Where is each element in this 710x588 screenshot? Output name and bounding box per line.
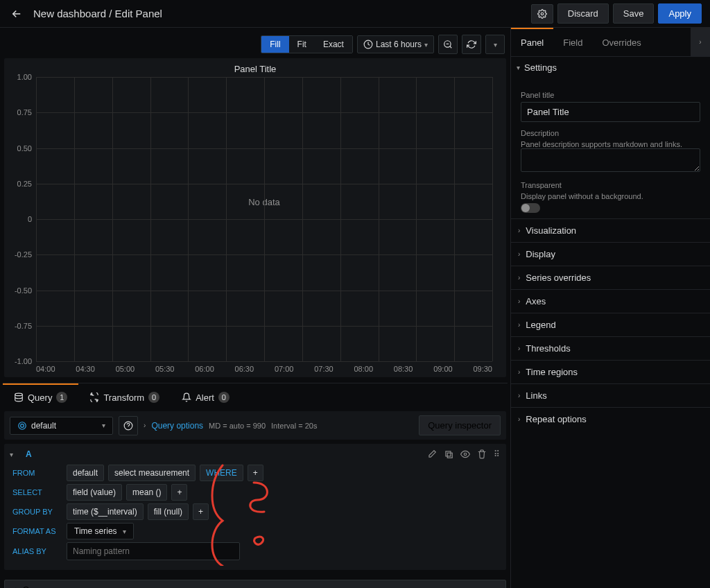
- tab-query[interactable]: Query 1: [3, 383, 78, 410]
- select-plus-icon[interactable]: +: [171, 484, 187, 501]
- select-mean-seg[interactable]: mean (): [126, 484, 167, 501]
- time-range-label: Last 6 hours: [376, 40, 422, 49]
- tabs-overflow-button[interactable]: ›: [691, 28, 710, 56]
- section-label: Legend: [526, 320, 555, 330]
- tab-overrides[interactable]: Overrides: [592, 28, 650, 56]
- datasource-name: default: [31, 421, 56, 431]
- edit-query-icon[interactable]: [427, 449, 437, 459]
- svg-point-4: [21, 424, 24, 427]
- section-label: Thresholds: [526, 343, 570, 354]
- settings-section-toggle[interactable]: ▾ Settings: [511, 57, 710, 78]
- y-tick-label: 0.75: [17, 108, 32, 116]
- save-button[interactable]: Save: [613, 3, 655, 24]
- tab-field[interactable]: Field: [553, 28, 592, 56]
- hide-query-icon[interactable]: [460, 449, 470, 459]
- tab-panel[interactable]: Panel: [511, 28, 553, 56]
- time-range-picker[interactable]: Last 6 hours ▾: [357, 35, 434, 53]
- x-tick-label: 08:00: [354, 365, 374, 373]
- select-field-seg[interactable]: field (value): [67, 484, 122, 501]
- formatas-select[interactable]: Time series ▾: [67, 523, 134, 539]
- settings-button[interactable]: [531, 4, 553, 24]
- fill-button[interactable]: Fill: [261, 36, 288, 53]
- refresh-button[interactable]: [462, 35, 481, 54]
- group-time-seg[interactable]: time ($__interval): [67, 503, 144, 520]
- from-label: FROM: [10, 469, 62, 477]
- plus-icon: +: [13, 585, 19, 588]
- from-measurement-seg[interactable]: select measurement: [108, 465, 196, 481]
- chart-panel: Panel Title 1.000.750.500.250-0.25-0.50-…: [4, 58, 506, 377]
- zoom-out-button[interactable]: [438, 35, 458, 54]
- drag-query-icon[interactable]: ⠿: [494, 449, 501, 459]
- chevron-down-icon: ▾: [494, 41, 497, 49]
- refresh-interval-button[interactable]: ▾: [485, 35, 505, 54]
- chevron-right-icon: ›: [518, 368, 520, 376]
- section-label: Display: [526, 249, 555, 259]
- transparent-toggle[interactable]: [521, 203, 540, 213]
- svg-rect-7: [446, 451, 451, 456]
- section-label: Axes: [526, 296, 546, 306]
- x-tick-label: 05:00: [116, 365, 135, 373]
- section-series-overrides[interactable]: ›Series overrides: [511, 266, 710, 289]
- groupby-label: GROUP BY: [10, 508, 62, 516]
- section-thresholds[interactable]: ›Thresholds: [511, 336, 710, 360]
- datasource-select[interactable]: default ▾: [10, 417, 113, 435]
- chevron-down-icon: ▾: [102, 422, 105, 429]
- from-plus-icon[interactable]: +: [248, 465, 263, 481]
- add-query-button[interactable]: + Query: [4, 580, 506, 588]
- description-hint: Panel description supports markdown and …: [521, 140, 700, 148]
- panel-title-input[interactable]: [521, 102, 700, 122]
- query-interval-text: Interval = 20s: [271, 422, 317, 430]
- query-a-box: ▾ A ⠿ FROM default select measurement WH…: [4, 444, 506, 570]
- tab-query-label: Query: [28, 392, 52, 403]
- svg-rect-8: [447, 453, 452, 458]
- chevron-down-icon: ▾: [123, 528, 126, 535]
- bell-icon: [182, 392, 191, 402]
- database-icon: [14, 392, 24, 402]
- description-input[interactable]: [521, 148, 700, 172]
- alias-input[interactable]: [67, 542, 240, 560]
- datasource-help-button[interactable]: [119, 416, 138, 435]
- y-tick-label: -0.25: [15, 250, 32, 259]
- chevron-right-icon: ›: [518, 321, 520, 329]
- chevron-down-icon: ▾: [517, 64, 520, 71]
- chevron-right-icon: ›: [518, 250, 520, 258]
- chevron-right-icon: ›: [518, 415, 520, 423]
- tab-alert[interactable]: Alert 0: [171, 383, 241, 410]
- tab-transform[interactable]: Transform 0: [78, 383, 171, 410]
- chevron-down-icon: ▾: [424, 41, 428, 49]
- collapse-query-icon[interactable]: ▾: [10, 451, 13, 458]
- group-fill-seg[interactable]: fill (null): [148, 503, 189, 520]
- section-legend[interactable]: ›Legend: [511, 313, 710, 336]
- page-title: New dashboard / Edit Panel: [33, 8, 162, 19]
- x-tick-label: 04:30: [76, 365, 95, 373]
- section-links[interactable]: ›Links: [511, 383, 710, 407]
- chevron-right-icon: ›: [518, 345, 520, 352]
- fit-button[interactable]: Fit: [289, 36, 315, 53]
- section-axes[interactable]: ›Axes: [511, 289, 710, 313]
- query-inspector-button[interactable]: Query inspector: [419, 415, 501, 435]
- query-tabs: Query 1 Transform 0 Alert 0: [3, 383, 508, 410]
- chevron-right-icon: ›: [144, 422, 146, 429]
- move-query-icon[interactable]: [444, 449, 453, 459]
- section-display[interactable]: ›Display: [511, 242, 710, 266]
- exact-button[interactable]: Exact: [315, 36, 352, 53]
- group-plus-icon[interactable]: +: [193, 503, 209, 520]
- section-label: Time regions: [526, 367, 578, 377]
- apply-button[interactable]: Apply: [658, 3, 702, 24]
- from-default-seg[interactable]: default: [67, 465, 104, 481]
- section-repeat-options[interactable]: ›Repeat options: [511, 407, 710, 431]
- section-label: Series overrides: [526, 273, 591, 283]
- from-where-seg[interactable]: WHERE: [200, 465, 243, 481]
- query-count-badge: 1: [56, 392, 67, 403]
- section-visualization[interactable]: ›Visualization: [511, 218, 710, 242]
- transform-count-badge: 0: [148, 392, 159, 403]
- discard-button[interactable]: Discard: [557, 3, 609, 24]
- query-options-link[interactable]: Query options: [151, 421, 203, 431]
- x-tick-label: 05:30: [155, 365, 175, 373]
- section-time-regions[interactable]: ›Time regions: [511, 360, 710, 383]
- x-tick-label: 04:00: [36, 365, 55, 373]
- back-arrow-icon[interactable]: [8, 6, 25, 22]
- clock-icon: [363, 40, 373, 49]
- transparent-hint: Display panel without a background.: [521, 192, 700, 200]
- delete-query-icon[interactable]: [477, 449, 487, 459]
